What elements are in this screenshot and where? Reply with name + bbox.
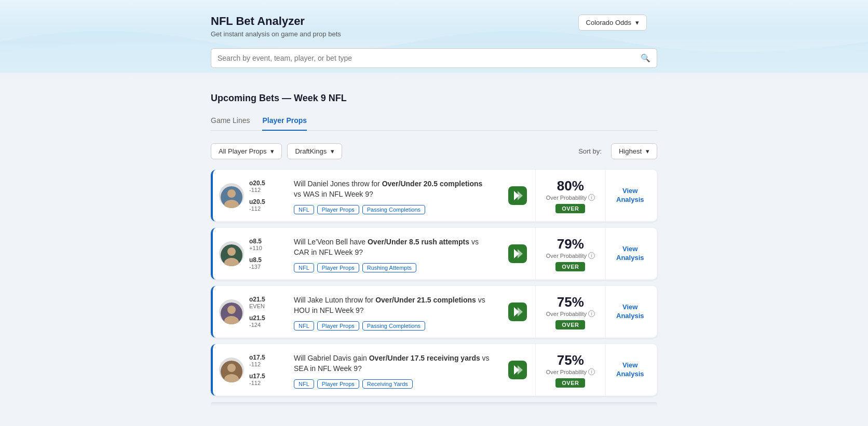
over-odds: o21.5 EVEN [249,296,265,309]
bet-question: Will Gabriel Davis gain Over/Under 17.5 … [294,353,492,374]
view-analysis-button[interactable]: ViewAnalysis [616,187,644,204]
dk-icon-area [500,344,535,396]
filters-bar: All Player Props ▾ DraftKings ▾ Sort by:… [211,143,657,159]
chevron-down-icon: ▾ [635,19,639,26]
avatar [219,241,244,266]
recommendation-badge: OVER [555,378,585,388]
search-icon: 🔍 [641,53,650,63]
over-line: o8.5 [249,238,262,245]
card-main: Will Gabriel Davis gain Over/Under 17.5 … [286,344,500,396]
over-odds-num: EVEN [249,303,265,309]
tag[interactable]: NFL [294,379,314,389]
sort-by-selector[interactable]: Highest ▾ [611,143,657,159]
card-left: o21.5 EVEN u21.5 -124 [213,286,286,338]
tag[interactable]: Player Props [317,321,359,331]
under-odds-num: -112 [249,205,265,212]
under-line: u8.5 [249,256,262,264]
probability-value: 75% [557,294,584,310]
info-icon[interactable]: i [588,194,595,201]
bet-card: o20.5 -112 u20.5 -112 Will Daniel Jones … [211,170,657,222]
tags: NFLPlayer PropsRushing Attempts [294,263,492,272]
svg-marker-14 [518,307,523,317]
tag[interactable]: Rushing Attempts [362,263,416,272]
svg-point-6 [227,248,236,256]
over-line: o20.5 [249,180,265,187]
recommendation-badge: OVER [555,320,585,329]
sportsbook-filter[interactable]: DraftKings ▾ [287,143,342,159]
app-subtitle: Get instant analysis on game and prop be… [211,30,657,38]
search-input[interactable] [218,49,641,67]
player-props-filter[interactable]: All Player Props ▾ [211,143,282,159]
under-odds-num: -137 [249,264,262,270]
card-left: o20.5 -112 u20.5 -112 [213,170,286,222]
view-analysis-button[interactable]: ViewAnalysis [616,245,644,263]
avatar [219,183,244,208]
over-odds: o20.5 -112 [249,180,265,193]
dk-logo [508,361,527,379]
card-main: Will Le'Veon Bell have Over/Under 8.5 ru… [286,228,500,280]
odds-selector[interactable]: Colorado Odds ▾ [578,15,647,31]
under-odds: u8.5 -137 [249,256,262,270]
svg-marker-19 [518,365,523,375]
info-icon[interactable]: i [588,252,595,259]
card-action: ViewAnalysis [605,170,657,222]
tag[interactable]: Passing Completions [362,321,425,331]
under-line: u20.5 [249,198,265,205]
over-odds-num: -112 [249,187,265,193]
tag[interactable]: Player Props [317,379,359,389]
chevron-down-icon: ▾ [646,147,649,155]
tab-game-lines[interactable]: Game Lines [211,113,250,131]
info-icon[interactable]: i [588,368,595,375]
bet-card: o21.5 EVEN u21.5 -124 Will Jake Luton th… [211,286,657,338]
probability-label: Over Probability i [546,310,595,317]
tag[interactable]: Receiving Yards [362,379,413,389]
dk-logo [508,244,527,263]
over-odds: o8.5 +110 [249,238,262,251]
under-odds: u21.5 -124 [249,314,265,328]
hero-section: NFL Bet Analyzer Get instant analysis on… [0,0,868,80]
over-line: o17.5 [249,354,265,361]
under-line: u17.5 [249,373,265,380]
scroll-indicator [211,402,657,406]
card-main: Will Jake Luton throw for Over/Under 21.… [286,286,500,338]
probability-value: 79% [557,236,584,252]
section-title: Upcoming Bets — Week 9 NFL [211,93,657,104]
card-main: Will Daniel Jones throw for Over/Under 2… [286,170,500,222]
tab-player-props[interactable]: Player Props [262,113,307,131]
dk-icon-area [500,228,535,280]
under-odds-num: -112 [249,380,265,386]
bet-question: Will Jake Luton throw for Over/Under 21.… [294,295,492,315]
card-probability: 75% Over Probability i OVER [535,344,605,396]
card-left: o17.5 -112 u17.5 -112 [213,344,286,396]
avatar [219,358,244,382]
probability-value: 80% [557,178,584,194]
under-odds: u20.5 -112 [249,198,265,212]
tag[interactable]: Player Props [317,205,359,214]
svg-marker-9 [518,249,523,258]
bet-bold: Over/Under 21.5 completions [375,296,476,304]
chevron-down-icon: ▾ [331,147,334,155]
bet-question: Will Le'Veon Bell have Over/Under 8.5 ru… [294,237,492,257]
dk-logo [508,186,527,205]
dk-logo [508,303,527,321]
tag[interactable]: Passing Completions [362,205,425,214]
info-icon[interactable]: i [588,310,595,317]
view-analysis-button[interactable]: ViewAnalysis [616,361,644,379]
tag[interactable]: NFL [294,263,314,272]
view-analysis-button[interactable]: ViewAnalysis [616,303,644,321]
card-probability: 75% Over Probability i OVER [535,286,605,338]
bet-bold: Over/Under 8.5 rush attempts [368,238,469,246]
tag[interactable]: NFL [294,321,314,331]
svg-point-1 [227,189,236,198]
main-content: Upcoming Bets — Week 9 NFL Game Lines Pl… [200,80,668,419]
search-bar: 🔍 [211,48,657,68]
tags: NFLPlayer PropsReceiving Yards [294,379,492,389]
svg-point-11 [227,306,236,314]
dk-icon-area [500,286,535,338]
probability-label: Over Probability i [546,252,595,259]
card-action: ViewAnalysis [605,344,657,396]
tag[interactable]: Player Props [317,263,359,272]
tags: NFLPlayer PropsPassing Completions [294,205,492,214]
svg-point-16 [227,364,236,372]
tag[interactable]: NFL [294,205,314,214]
